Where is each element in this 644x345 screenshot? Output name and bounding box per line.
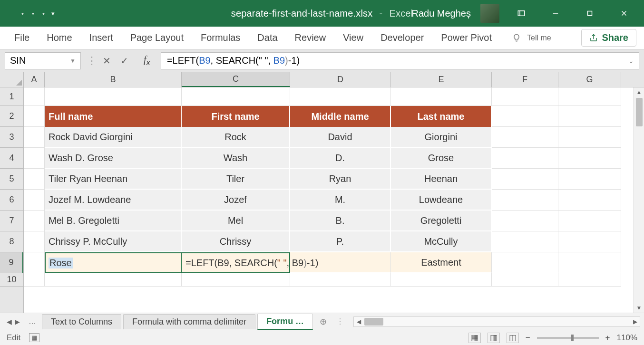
tab-review[interactable]: Review xyxy=(288,29,333,46)
tab-nav-next-icon[interactable]: ▶ xyxy=(15,318,20,326)
cell[interactable]: Mel B. Gregoletti xyxy=(45,211,182,231)
sheet-tab[interactable]: Formula with comma delimiter xyxy=(123,314,255,329)
cell[interactable] xyxy=(558,211,621,231)
share-button[interactable]: Share xyxy=(581,29,636,47)
cell[interactable] xyxy=(290,273,391,287)
avatar[interactable] xyxy=(480,4,499,23)
tab-view[interactable]: View xyxy=(336,29,370,46)
cell[interactable] xyxy=(492,127,558,148)
cell[interactable]: P. xyxy=(290,231,391,252)
cell[interactable] xyxy=(45,273,182,287)
horizontal-scrollbar[interactable]: ◀ ▶ xyxy=(353,316,640,327)
cell[interactable] xyxy=(558,252,621,273)
tab-page-layout[interactable]: Page Layout xyxy=(124,29,190,46)
scroll-left-icon[interactable]: ◀ xyxy=(354,318,363,325)
col-header-b[interactable]: B xyxy=(45,72,182,87)
cell[interactable] xyxy=(558,87,621,106)
cell[interactable]: Jozef M. Lowdeane xyxy=(45,190,182,211)
cell[interactable] xyxy=(24,273,45,287)
cell[interactable]: B. xyxy=(290,211,391,231)
cell[interactable] xyxy=(492,106,558,127)
add-sheet-icon[interactable]: ⊕ xyxy=(315,316,332,327)
cell[interactable]: Wash xyxy=(182,148,290,169)
tab-insert[interactable]: Insert xyxy=(83,29,120,46)
cell[interactable] xyxy=(24,106,45,127)
tab-data[interactable]: Data xyxy=(251,29,284,46)
cancel-icon[interactable]: ✕ xyxy=(103,55,111,67)
row-header-10[interactable]: 10 xyxy=(0,273,23,287)
view-page-layout-icon[interactable]: ▥ xyxy=(488,333,500,343)
zoom-level[interactable]: 110% xyxy=(617,333,637,343)
table-header[interactable]: First name xyxy=(182,106,290,127)
chevron-down-icon[interactable]: ▼ xyxy=(70,58,76,64)
undo-icon[interactable]: ▾ xyxy=(20,11,24,16)
sheet-tab-ellipsis[interactable]: … xyxy=(25,317,40,326)
row-header-2[interactable]: 2 xyxy=(0,106,23,127)
expand-formula-bar-icon[interactable]: ⌄ xyxy=(628,57,634,65)
tab-file[interactable]: File xyxy=(8,29,36,46)
cell[interactable]: Chrissy P. McCully xyxy=(45,231,182,252)
cell[interactable]: Heenan xyxy=(391,169,492,190)
maximize-icon[interactable] xyxy=(577,4,602,23)
cell[interactable] xyxy=(558,169,621,190)
cell[interactable] xyxy=(24,190,45,211)
qat-customize-icon[interactable]: ▾ xyxy=(51,10,55,17)
col-header-a[interactable]: A xyxy=(24,72,45,87)
cell[interactable]: M. xyxy=(290,190,391,211)
cell[interactable]: McCully xyxy=(391,231,492,252)
cell[interactable] xyxy=(492,231,558,252)
tab-nav-prev-icon[interactable]: ◀ xyxy=(7,318,12,326)
enter-icon[interactable]: ✓ xyxy=(120,55,128,67)
cell[interactable] xyxy=(24,169,45,190)
formula-input[interactable]: =LEFT(B9, SEARCH(" ", B9)-1) ⌄ xyxy=(161,52,639,69)
cell[interactable] xyxy=(558,273,621,287)
cell[interactable] xyxy=(24,148,45,169)
cell[interactable]: Rock David Giorgini xyxy=(45,127,182,148)
row-header-8[interactable]: 8 xyxy=(0,231,23,252)
cell[interactable]: David xyxy=(290,127,391,148)
view-normal-icon[interactable]: ▦ xyxy=(468,333,481,343)
scroll-down-icon[interactable]: ▼ xyxy=(634,303,644,313)
scroll-right-icon[interactable]: ▶ xyxy=(630,318,640,325)
cell[interactable] xyxy=(290,87,391,106)
cell[interactable] xyxy=(492,87,558,106)
cell[interactable]: Ryan xyxy=(290,169,391,190)
tab-formulas[interactable]: Formulas xyxy=(194,29,247,46)
cell[interactable]: D. xyxy=(290,148,391,169)
sheet-tab-active[interactable]: Formu … xyxy=(257,314,313,330)
cell[interactable] xyxy=(492,148,558,169)
col-header-c[interactable]: C xyxy=(182,72,290,87)
ribbon-display-options-icon[interactable] xyxy=(509,4,534,23)
cell[interactable] xyxy=(558,148,621,169)
view-page-break-icon[interactable]: ◫ xyxy=(507,333,519,343)
fx-icon[interactable]: fx xyxy=(144,54,150,67)
cell[interactable] xyxy=(24,87,45,106)
cell[interactable]: Grose xyxy=(391,148,492,169)
cell[interactable]: Gregoletti xyxy=(391,211,492,231)
cell[interactable]: Mel xyxy=(182,211,290,231)
row-header-7[interactable]: 7 xyxy=(0,211,23,231)
row-header-5[interactable]: 5 xyxy=(0,169,23,190)
cell[interactable]: Eastment xyxy=(391,252,492,273)
sheet-tab[interactable]: Text to Columns xyxy=(42,314,121,329)
row-header-4[interactable]: 4 xyxy=(0,148,23,169)
tab-developer[interactable]: Developer xyxy=(374,29,430,46)
tell-me[interactable]: Tell me xyxy=(512,33,551,43)
cell[interactable]: Tiler xyxy=(182,169,290,190)
cell-editing-c9[interactable]: =LEFT(B9, SEARCH(" ", B9)-1) xyxy=(182,252,290,273)
table-header[interactable]: Middle name xyxy=(290,106,391,127)
table-header[interactable]: Last name xyxy=(391,106,492,127)
tab-home[interactable]: Home xyxy=(40,29,78,46)
cell[interactable]: Wash D. Grose xyxy=(45,148,182,169)
user-name[interactable]: Radu Megheș xyxy=(411,8,471,19)
cell[interactable] xyxy=(24,231,45,252)
cell[interactable]: Lowdeane xyxy=(391,190,492,211)
col-header-f[interactable]: F xyxy=(492,72,558,87)
cell[interactable] xyxy=(24,127,45,148)
cell[interactable] xyxy=(492,211,558,231)
col-header-g[interactable]: G xyxy=(558,72,621,87)
cell[interactable] xyxy=(558,106,621,127)
cell[interactable] xyxy=(558,231,621,252)
col-header-e[interactable]: E xyxy=(391,72,492,87)
table-header[interactable]: Full name xyxy=(45,106,182,127)
